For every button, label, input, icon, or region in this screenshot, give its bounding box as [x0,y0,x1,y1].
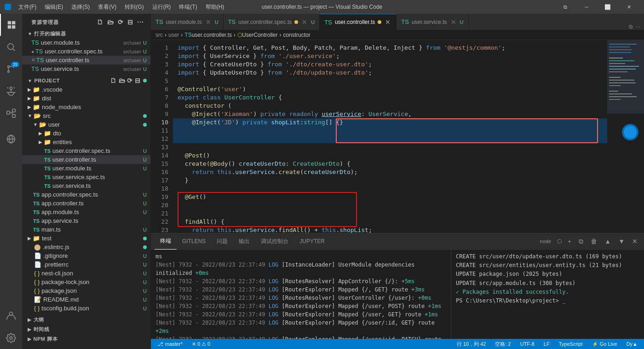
tab-close-btn[interactable]: ✕ [450,18,457,26]
tree-eslintrc[interactable]: ⬤ .eslintrc.js [22,243,150,251]
maximize-btn[interactable]: ⬜ [597,0,618,14]
tree-gitignore[interactable]: 📄 .gitignore U [22,251,150,260]
tree-nest-cli[interactable]: { } nest-cli.json U [22,269,150,278]
open-editor-user-module[interactable]: TS user.module.ts src\user U [22,38,150,47]
status-extra[interactable]: Dy▲ [624,341,640,347]
tree-vscode[interactable]: ▶ 📁 .vscode [22,85,150,94]
tree-src[interactable]: ▼ 📂 src [22,111,150,120]
term-tab-jupyter[interactable]: JUPYTER [294,233,330,250]
activity-explorer[interactable] [0,14,22,36]
tree-package-lock[interactable]: { } package-lock.json U [22,278,150,286]
tab-controller[interactable]: TS user.controller.ts ✕ [320,14,397,30]
open-editors-section[interactable]: ▼ 打开的编辑器 [22,29,150,38]
panel-up-btn[interactable]: ▲ [602,237,614,246]
breadcrumb-method[interactable]: constructor [283,32,310,38]
timeline-section[interactable]: ▶ 时间线 [22,324,150,334]
activity-source-control[interactable]: 25 [0,58,22,80]
new-folder-icon[interactable]: 🗁 [106,17,115,27]
outline-section[interactable]: ▶ 大纲 [22,314,150,324]
tab-user-module[interactable]: TS user.module.ts ✕ U [151,14,224,30]
collapse-btn[interactable]: ⊟ [135,77,141,84]
menu-help[interactable]: 帮助(H) [202,2,228,12]
tree-prettierrc[interactable]: 📄 .prettierrc U [22,260,150,269]
status-spaces[interactable]: 空格: 2 [492,341,513,348]
breadcrumb-user[interactable]: user [168,32,179,38]
activity-debug[interactable] [0,80,22,102]
close-btn[interactable]: ✕ [618,0,639,14]
tree-service-spec[interactable]: TS user.service.spec.ts [22,173,150,181]
layout-btn[interactable]: ⧉ [555,0,576,14]
split-terminal-btn[interactable]: ⧉ [576,237,586,246]
more-icon[interactable]: ··· [136,17,145,27]
menu-terminal[interactable]: 终端(T) [175,2,201,12]
code-content[interactable]: import { Controller, Get, Post, Body, Pa… [173,40,607,233]
project-section[interactable]: ▼ PROJECT 🗋 🗁 ⟳ ⊟ [22,75,150,85]
activity-search[interactable] [0,36,22,58]
collapse-icon[interactable]: ⊟ [126,17,134,27]
tree-module[interactable]: TS user.module.ts U [22,164,150,173]
new-file-btn[interactable]: 🗋 [110,77,117,84]
tab-close-btn[interactable]: ✕ [301,18,308,26]
tree-app-service[interactable]: TS app.service.ts [22,216,150,225]
status-line-col[interactable]: 行 10，列 42 [454,341,489,348]
open-editor-controller[interactable]: ✕ TS user.controller.ts src\user U [22,56,150,64]
git-branch[interactable]: ⎇ master* [155,341,185,347]
status-errors[interactable]: ✕ 0 ⚠ 0 [189,341,213,347]
menu-goto[interactable]: 转到(G) [121,2,147,12]
open-editor-service[interactable]: TS user.service.ts src\user U [22,64,150,73]
terminal-output-right[interactable]: CREATE src/user/dto/update-user.dto.ts (… [451,250,644,339]
tree-main[interactable]: TS main.ts U [22,225,150,234]
tree-entities[interactable]: ▶ 📁 entities [22,138,150,146]
term-tab-terminal[interactable]: 终端 [155,233,177,250]
activity-extensions[interactable] [0,102,22,124]
term-tab-gitlens[interactable]: GITLENS [177,233,211,250]
refresh-icon[interactable]: ⟳ [117,17,125,27]
terminal-output-left[interactable]: ms [Nest] 7932 - 2022/08/23 22:37:49 LOG… [151,250,451,339]
activity-remote[interactable] [0,128,22,150]
tab-close-btn[interactable]: ✕ [384,18,391,26]
term-tab-output[interactable]: 输出 [233,233,255,250]
tree-controller[interactable]: TS user.controller.ts U [22,155,150,164]
tree-package[interactable]: { } package.json U [22,286,150,295]
tree-dto[interactable]: ▶ 📁 dto [22,129,150,138]
tab-service[interactable]: TS user.service.ts ✕ U [397,14,468,30]
tree-tsconfig-build[interactable]: { } tsconfig.build.json U [22,304,150,313]
status-encoding[interactable]: UTF-8 [518,341,537,347]
trash-btn[interactable]: 🗑 [588,237,600,246]
tree-service[interactable]: TS user.service.ts [22,181,150,190]
tree-user[interactable]: ▼ 📂 user [22,120,150,129]
tree-controller-spec[interactable]: TS user.controller.spec.ts U [22,146,150,155]
status-language[interactable]: TypeScript [556,341,586,347]
code-editor[interactable]: 1 2 3 4 5 6 7 8 9 10 11 12 13 14 15 16 1 [151,40,607,233]
close-terminal-btn[interactable]: ✕ [629,237,640,246]
tree-app-controller[interactable]: TS app.controller.ts U [22,199,150,208]
term-tab-problems[interactable]: 问题 [211,233,233,250]
tree-app-module[interactable]: TS app.module.ts U [22,208,150,216]
activity-accounts[interactable] [0,305,22,327]
breadcrumb-file[interactable]: user.controller.ts [192,32,232,38]
panel-down-btn[interactable]: ▼ [615,237,627,246]
new-file-icon[interactable]: 🗋 [96,17,104,27]
menu-run[interactable]: 运行(R) [149,2,175,12]
status-go-live[interactable]: ⚡ Go Live [589,341,620,347]
add-terminal-btn[interactable]: + [565,237,574,246]
refresh-btn[interactable]: ⟳ [127,77,133,84]
tab-controller-spec[interactable]: TS user.controller.spec.ts ✕ U [224,14,320,30]
tree-app-controller-spec[interactable]: TS app.controller.spec.ts U [22,190,150,199]
split-editor-icon[interactable]: ⧉ [629,23,633,30]
menu-view[interactable]: 查看(V) [94,2,120,12]
breadcrumb-src[interactable]: src [155,32,163,38]
activity-settings[interactable] [0,327,22,349]
more-actions-icon[interactable]: ··· [636,23,640,30]
menu-select[interactable]: 选择(S) [68,2,93,12]
menu-edit[interactable]: 编辑(E) [41,2,67,12]
open-editor-controller-spec[interactable]: ● TS user.controller.spec.ts src\user U [22,47,150,56]
tree-readme[interactable]: 📝 README.md U [22,295,150,304]
close-icon[interactable]: ✕ [31,57,35,63]
npm-section[interactable]: ▶ NPM 脚本 [22,334,150,343]
status-eol[interactable]: LF [541,341,552,347]
minimize-btn[interactable]: ─ [576,0,597,14]
term-tab-debug[interactable]: 调试控制台 [255,233,294,250]
tree-node-modules[interactable]: ▶ 📁 node_modules [22,103,150,111]
tab-close-btn[interactable]: ✕ [205,18,212,26]
